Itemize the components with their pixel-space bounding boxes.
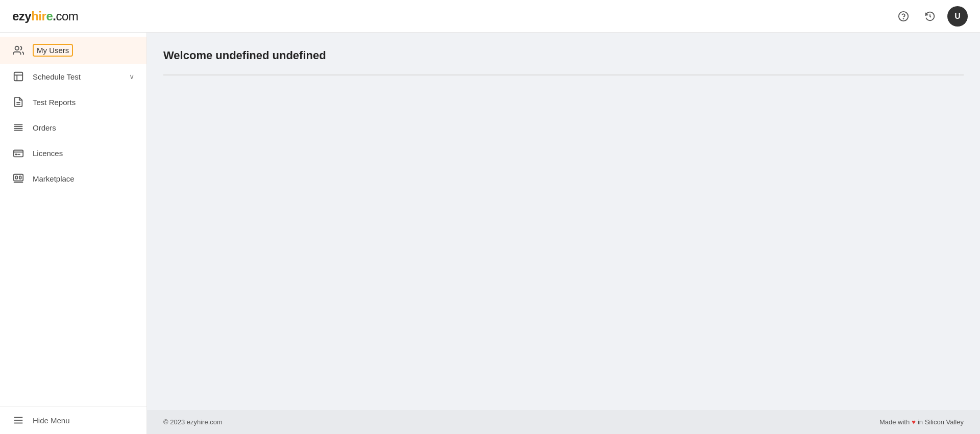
content-area: Welcome undefined undefined © 2023 ezyhi… (147, 33, 980, 434)
schedule-test-content: Schedule Test ∨ (33, 72, 134, 81)
sidebar-item-orders[interactable]: Orders (0, 115, 146, 140)
sidebar-item-schedule-test-label: Schedule Test (33, 72, 81, 81)
svg-point-1 (903, 18, 904, 19)
header-actions: U (894, 6, 968, 27)
orders-icon (12, 122, 24, 133)
history-icon (924, 11, 936, 22)
history-button[interactable] (921, 7, 939, 25)
report-icon (12, 96, 24, 108)
app-header: ezyhire.com U (0, 0, 980, 33)
logo-ezy: ezy (12, 9, 31, 23)
logo: ezyhire.com (12, 9, 78, 23)
svg-rect-10 (14, 150, 23, 157)
footer-made-with: Made with ♥ in Silicon Valley (879, 418, 964, 426)
marketplace-icon (12, 173, 24, 184)
sidebar-item-schedule-test[interactable]: Schedule Test ∨ (0, 64, 146, 89)
svg-rect-3 (14, 72, 23, 81)
schedule-icon (12, 71, 24, 82)
user-avatar-button[interactable]: U (947, 6, 968, 27)
sidebar-item-orders-label: Orders (33, 123, 56, 132)
sidebar-item-licences-label: Licences (33, 149, 63, 158)
hide-menu-button[interactable]: Hide Menu (12, 415, 134, 426)
help-button[interactable] (894, 7, 913, 25)
made-with-prefix: Made with (879, 418, 910, 426)
svg-point-2 (15, 46, 19, 49)
sidebar-footer: Hide Menu (0, 406, 146, 434)
chevron-down-icon: ∨ (129, 72, 134, 81)
avatar-label: U (954, 12, 961, 21)
sidebar-item-my-users-label: My Users (33, 44, 73, 57)
copyright-text: © 2023 ezyhire.com (163, 418, 223, 426)
sidebar: My Users Schedule Test ∨ (0, 33, 147, 434)
svg-point-12 (16, 154, 17, 155)
sidebar-item-test-reports[interactable]: Test Reports (0, 89, 146, 115)
made-with-suffix: in Silicon Valley (918, 418, 964, 426)
main-layout: My Users Schedule Test ∨ (0, 33, 980, 434)
sidebar-item-marketplace[interactable]: Marketplace (0, 166, 146, 191)
content-main: Welcome undefined undefined (147, 33, 980, 410)
sidebar-nav: My Users Schedule Test ∨ (0, 33, 146, 406)
hide-menu-label: Hide Menu (33, 416, 70, 425)
svg-rect-15 (16, 176, 18, 179)
hide-menu-icon (12, 415, 24, 426)
heart-icon: ♥ (912, 418, 916, 426)
svg-rect-16 (19, 176, 21, 179)
sidebar-item-marketplace-label: Marketplace (33, 174, 75, 183)
sidebar-item-licences[interactable]: Licences (0, 140, 146, 166)
logo-com: com (56, 9, 78, 23)
welcome-title: Welcome undefined undefined (163, 49, 964, 62)
help-icon (898, 11, 909, 22)
sidebar-item-test-reports-label: Test Reports (33, 98, 76, 107)
sidebar-item-my-users[interactable]: My Users (0, 37, 146, 64)
users-icon (12, 45, 24, 56)
logo-hire: hire (31, 9, 53, 23)
content-footer: © 2023 ezyhire.com Made with ♥ in Silico… (147, 410, 980, 434)
licences-icon (12, 147, 24, 159)
